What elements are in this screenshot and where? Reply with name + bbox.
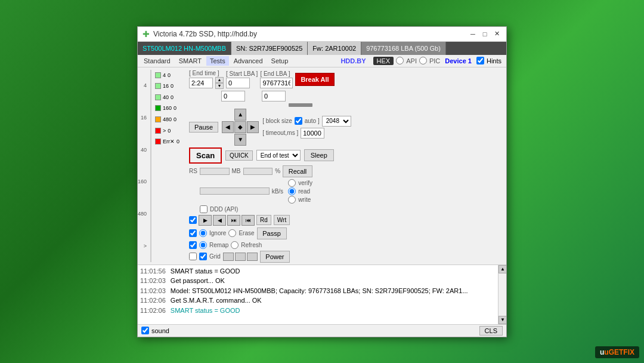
recall-button[interactable]: Recall: [283, 165, 312, 177]
menu-tests[interactable]: Tests: [206, 56, 229, 66]
remap-radio[interactable]: [199, 241, 207, 249]
device-fw: Fw: 2AR10002: [308, 42, 361, 55]
device-bar: ST500LM012 HN-M500MBB SN: S2R7J9EF900525…: [138, 42, 506, 55]
nav-left[interactable]: ◀: [222, 121, 234, 133]
quick-button[interactable]: QUICK: [225, 150, 253, 161]
skip-end-button[interactable]: ⏮: [242, 215, 255, 226]
log-entry-3: 11:02:03 Model: ST500LM012 HN-M500MBB; C…: [140, 286, 504, 296]
pause-nav-row: Pause ▲ ◀ ◆ ▶ ▼ [ block size: [189, 109, 312, 146]
cur-time-input[interactable]: [221, 91, 245, 101]
end-time-spinner[interactable]: ▲ ▼: [215, 77, 224, 89]
legend-color-40: [155, 94, 161, 100]
grid-inner-checkbox[interactable]: [199, 253, 207, 260]
menu-setup[interactable]: Setup: [268, 56, 292, 66]
ignore-checkbox[interactable]: [189, 229, 197, 237]
log-msg-2: Get passport... OK: [171, 276, 225, 286]
refresh-radio[interactable]: [231, 241, 239, 249]
log-time-5: 11:02:06: [140, 306, 166, 316]
timeout-input[interactable]: [301, 128, 324, 139]
log-msg-1: SMART status = GOOD: [171, 266, 240, 276]
timeout-row: [ timeout,ms ]: [262, 128, 351, 139]
scroll-down-button[interactable]: ▼: [499, 316, 506, 324]
legend-item-4: 4 0: [155, 72, 185, 78]
cur-lba-input[interactable]: [262, 91, 286, 101]
legend-item-16: 16 0: [155, 83, 185, 89]
play-button[interactable]: ▶: [199, 215, 212, 226]
auto-checkbox[interactable]: [295, 117, 302, 125]
minimize-button[interactable]: ─: [468, 29, 478, 39]
svg-line-1: [150, 147, 151, 189]
grid-checkbox[interactable]: [189, 253, 197, 260]
status-bar: sound CLS: [138, 324, 506, 337]
grid-icon-2[interactable]: [235, 253, 246, 261]
scroll-up-button[interactable]: ▲: [499, 265, 506, 273]
sound-checkbox[interactable]: [141, 327, 149, 334]
log-scrollbar[interactable]: ▲ ▼: [498, 265, 506, 324]
verify-radio[interactable]: [288, 179, 296, 187]
end-time-label: [ End time ]: [189, 70, 224, 76]
grid-icon-3[interactable]: [247, 253, 258, 261]
hints-checkbox[interactable]: [476, 57, 484, 64]
ignore-radio[interactable]: [199, 229, 207, 237]
sn-value: S2R7J9EF900525: [249, 45, 302, 52]
nav-center[interactable]: ◆: [234, 121, 246, 133]
start-lba-input[interactable]: [226, 78, 250, 88]
read-label: read: [298, 188, 310, 195]
sleep-button[interactable]: Sleep: [304, 149, 334, 161]
menu-advanced[interactable]: Advanced: [230, 56, 267, 66]
close-button[interactable]: ✕: [492, 29, 501, 39]
remap-checkbox[interactable]: [189, 241, 197, 249]
grid-label: Grid: [209, 253, 221, 260]
ddd-checkbox[interactable]: [200, 205, 208, 213]
menu-smart[interactable]: SMART: [175, 56, 205, 66]
maximize-button[interactable]: □: [480, 29, 490, 39]
power-button[interactable]: Power: [260, 251, 290, 263]
legend-label-4: 4: [163, 72, 166, 78]
mb-progress-bar: [200, 168, 230, 175]
device-label: Device 1: [442, 57, 474, 64]
log-msg-5: SMART status = GOOD: [171, 306, 240, 316]
ignore-label: Ignore: [209, 230, 226, 236]
stop-button[interactable]: ◀: [213, 215, 226, 226]
side-label-1: 4: [138, 82, 148, 88]
device-model: ST500LM012 HN-M500MBB: [138, 42, 231, 55]
pause-button[interactable]: Pause: [189, 122, 218, 133]
spin-down[interactable]: ▼: [215, 83, 224, 89]
write-radio[interactable]: [288, 196, 296, 204]
erase-radio[interactable]: [228, 229, 236, 237]
menu-standard[interactable]: Standard: [140, 56, 174, 66]
read-radio[interactable]: [288, 187, 296, 195]
skip-forward-button[interactable]: ⏭: [227, 215, 240, 226]
pic-radio[interactable]: [419, 57, 427, 64]
nav-empty-3: [222, 134, 234, 146]
rd-button[interactable]: Rd: [256, 215, 271, 225]
wrt-button[interactable]: Wrt: [274, 215, 290, 225]
legend-color-4: [155, 72, 161, 78]
block-size-label: [ block size: [262, 118, 292, 124]
nav-right[interactable]: ▶: [247, 121, 259, 133]
break-all-button[interactable]: Break All: [295, 73, 334, 86]
app-icon: ✚: [143, 29, 150, 39]
api-radio[interactable]: [396, 57, 404, 64]
cls-button[interactable]: CLS: [479, 326, 503, 336]
log-time-2: 11:02:03: [140, 276, 166, 286]
right-panel: [ End time ] ▲ ▼ [ Start LBA ] [ End LBA…: [187, 67, 315, 264]
end-of-test-select[interactable]: End of test Sleep Power off: [256, 150, 301, 161]
cur-row: [189, 91, 312, 101]
hex-button[interactable]: HEX: [373, 57, 394, 65]
api-label: API: [406, 57, 417, 64]
playback-checkbox[interactable]: [189, 216, 197, 224]
scan-button[interactable]: Scan: [189, 147, 222, 164]
ddd-label: DDD (API): [210, 206, 238, 213]
nav-up[interactable]: ▲: [234, 109, 246, 121]
block-size-select[interactable]: 2048 512 1024: [322, 116, 351, 127]
end-time-input[interactable]: [189, 78, 213, 88]
legend-val-err: 0: [177, 139, 179, 144]
passp-button[interactable]: Passp: [257, 227, 287, 239]
nav-down[interactable]: ▼: [234, 134, 246, 146]
legend-color-err: [155, 139, 161, 144]
sound-row: sound: [141, 327, 169, 334]
grid-icon-1[interactable]: [223, 253, 234, 261]
spin-up[interactable]: ▲: [215, 77, 224, 83]
end-lba-input[interactable]: [260, 78, 293, 88]
